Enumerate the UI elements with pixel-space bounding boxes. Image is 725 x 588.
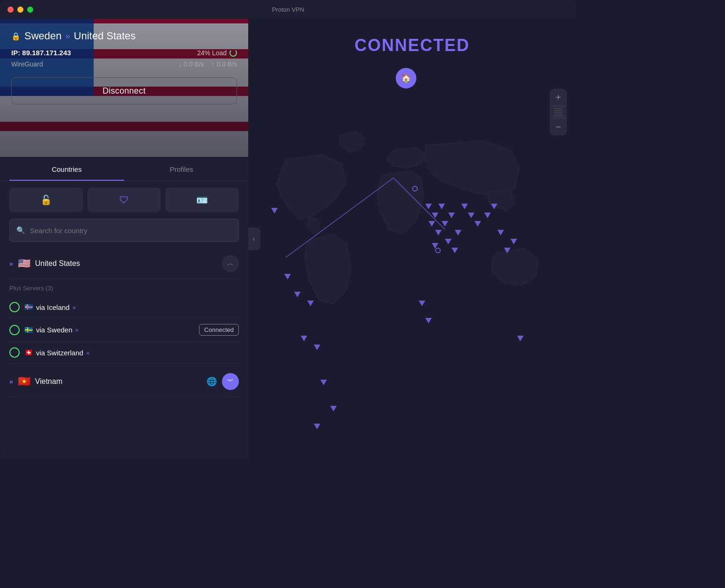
server-name-switzerland: 🇨🇭 via Switzerland »	[24, 348, 239, 357]
server-arrow-icon-ch: »	[86, 349, 89, 356]
unlock-icon: 🔓	[40, 194, 52, 206]
flag-switzerland: 🇨🇭	[24, 348, 33, 357]
ip-display: IP: 89.187.171.243	[11, 49, 71, 57]
server-name-sweden: 🇸🇪 via Sweden »	[24, 326, 194, 334]
chevron-up-icon: ︿	[227, 259, 234, 268]
zoom-out-button[interactable]: −	[550, 118, 567, 135]
filter-id-button[interactable]: 🪪	[165, 188, 239, 212]
country-name-vn: Vietnam	[35, 377, 62, 386]
flag-us: 🇺🇸	[18, 257, 30, 270]
zoom-tick-4	[554, 114, 562, 114]
zoom-scale	[550, 106, 567, 118]
titlebar: Proton VPN	[0, 0, 576, 19]
protocol-name: WireGuard	[11, 60, 43, 68]
tab-profiles[interactable]: Profiles	[124, 159, 239, 181]
connection-stats: IP: 89.187.171.243 24% Load	[11, 49, 237, 57]
disconnect-button[interactable]: Disconnect	[11, 77, 237, 104]
upload-speed: ↑ 0.0 B/s	[212, 60, 237, 68]
country-arrow-vn-icon: »	[9, 378, 13, 385]
expand-vn-button[interactable]: ︾	[222, 373, 239, 390]
country-left-vn: » 🇻🇳 Vietnam	[9, 375, 62, 388]
tab-bar: Countries Profiles	[0, 159, 248, 181]
flag-vn: 🇻🇳	[18, 375, 30, 388]
zoom-controls: + −	[550, 89, 567, 135]
ip-address: 89.187.171.243	[22, 49, 71, 57]
to-country: United States	[74, 30, 136, 42]
collapse-us-button[interactable]: ︿	[222, 255, 239, 272]
load-label: 24% Load	[197, 49, 227, 57]
shield-icon: 🛡	[119, 195, 129, 206]
zoom-tick-5	[554, 116, 562, 116]
search-icon: 🔍	[16, 226, 25, 235]
plus-icon: +	[555, 93, 561, 102]
filter-secure-button[interactable]: 🛡	[88, 188, 161, 212]
zoom-tick-2	[554, 110, 562, 110]
minimize-button[interactable]	[17, 7, 23, 13]
tab-countries[interactable]: Countries	[9, 159, 124, 181]
home-node[interactable]: 🏠	[396, 68, 416, 88]
zoom-in-button[interactable]: +	[550, 89, 567, 106]
server-radio-sweden	[9, 325, 20, 335]
chevron-left-icon: ‹	[253, 235, 255, 243]
search-input[interactable]	[30, 227, 232, 235]
globe-icon: 🌐	[207, 376, 217, 387]
zoom-tick-3	[554, 112, 562, 112]
load-circle-icon	[229, 49, 237, 57]
lock-icon: 🔒	[11, 32, 21, 41]
filter-all-button[interactable]: 🔓	[9, 188, 83, 212]
country-row-us[interactable]: » 🇺🇸 United States ︿	[9, 249, 239, 279]
globe-button-vn[interactable]: 🌐	[204, 374, 219, 389]
country-name-us: United States	[35, 259, 80, 268]
search-area: 🔍	[0, 219, 248, 249]
connected-badge: Connected	[199, 324, 239, 336]
route-arrow-icon: »	[66, 31, 70, 41]
chevron-down-icon: ︾	[227, 377, 234, 386]
minus-icon: −	[555, 122, 561, 132]
server-row-switzerland[interactable]: 🇨🇭 via Switzerland »	[9, 342, 239, 364]
route-display: 🔒 Sweden » United States	[11, 30, 237, 42]
country-arrow-icon: »	[9, 260, 13, 267]
hero-content: 🔒 Sweden » United States IP: 89.187.171.…	[0, 19, 248, 114]
maximize-button[interactable]	[27, 7, 33, 13]
server-radio-iceland	[9, 302, 20, 312]
server-name-iceland: 🇮🇸 via Iceland »	[24, 303, 239, 311]
server-radio-switzerland	[9, 347, 20, 358]
filter-row: 🔓 🛡 🪪	[0, 181, 248, 219]
us-servers-section: Plus Servers (3) 🇮🇸 via Iceland » 🇸🇪	[9, 279, 239, 367]
window-controls	[7, 7, 33, 13]
protocol-display: WireGuard ↓ 0.0 B/s ↑ 0.0 B/s	[11, 60, 237, 68]
hero-section: 🔒 Sweden » United States IP: 89.187.171.…	[0, 19, 248, 157]
collapse-panel-button[interactable]: ‹	[248, 228, 260, 250]
speed-display: ↓ 0.0 B/s ↑ 0.0 B/s	[178, 60, 237, 68]
download-speed: ↓ 0.0 B/s	[178, 60, 204, 68]
country-row-vn[interactable]: » 🇻🇳 Vietnam 🌐 ︾	[9, 367, 239, 397]
main-layout: 🔒 Sweden » United States IP: 89.187.171.…	[0, 19, 576, 459]
close-button[interactable]	[7, 7, 14, 13]
left-panel: 🔒 Sweden » United States IP: 89.187.171.…	[0, 19, 248, 459]
right-panel: CONNECTED ‹	[248, 19, 576, 459]
zoom-tick-1	[554, 108, 562, 109]
connected-status-label: CONNECTED	[355, 36, 470, 55]
id-card-icon: 🪪	[196, 194, 208, 206]
country-left-us: » 🇺🇸 United States	[9, 257, 80, 270]
ip-label: IP:	[11, 49, 20, 57]
flag-iceland: 🇮🇸	[24, 303, 33, 311]
country-list: » 🇺🇸 United States ︿ Plus Servers (3) 🇮🇸…	[0, 249, 248, 459]
server-row-iceland[interactable]: 🇮🇸 via Iceland »	[9, 296, 239, 318]
search-box: 🔍	[9, 219, 239, 242]
load-display: 24% Load	[197, 49, 237, 57]
server-arrow-icon: »	[73, 304, 76, 311]
app-title: Proton VPN	[272, 6, 304, 13]
home-icon: 🏠	[401, 73, 411, 83]
from-country: Sweden	[24, 30, 62, 42]
server-row-sweden[interactable]: 🇸🇪 via Sweden » Connected	[9, 318, 239, 342]
servers-label: Plus Servers (3)	[9, 282, 239, 296]
flag-sweden: 🇸🇪	[24, 326, 33, 334]
server-arrow-icon-se: »	[75, 326, 79, 333]
